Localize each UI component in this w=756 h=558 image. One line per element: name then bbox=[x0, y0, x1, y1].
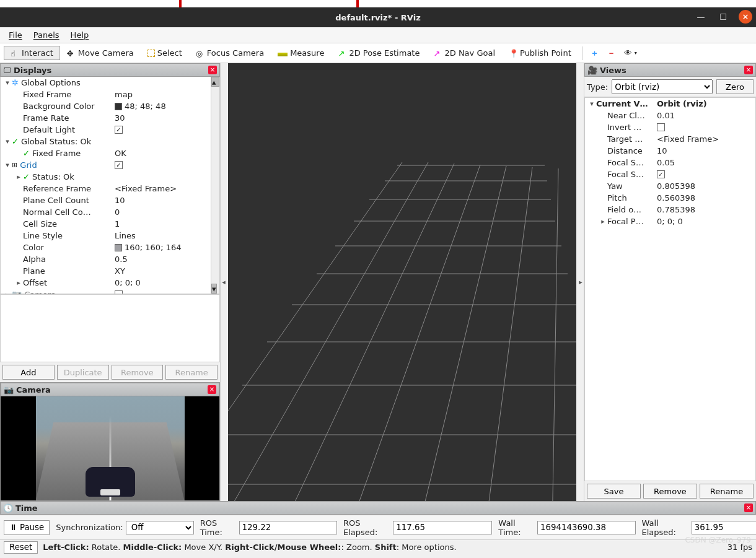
ros-time-input[interactable] bbox=[239, 521, 337, 534]
tree-row[interactable]: Color160; 160; 164 bbox=[1, 242, 211, 253]
toolbar: ☝ Interact ✥ Move Camera Select ◎ Focus … bbox=[0, 43, 756, 63]
tree-row[interactable]: Fixed Framemap bbox=[1, 89, 211, 100]
tool-2d-pose-estimate[interactable]: ↗ 2D Pose Estimate bbox=[331, 46, 426, 60]
camera-view[interactable] bbox=[1, 396, 219, 500]
menu-panels[interactable]: Panels bbox=[29, 29, 64, 41]
maximize-icon[interactable]: ☐ bbox=[716, 10, 730, 24]
tree-row[interactable]: ▸Offset0; 0; 0 bbox=[1, 277, 211, 289]
tool-2d-nav-goal[interactable]: ↗ 2D Nav Goal bbox=[426, 46, 502, 60]
tree-row[interactable]: Distance10 bbox=[585, 145, 755, 157]
close-icon[interactable]: ✕ bbox=[739, 10, 752, 24]
svg-line-6 bbox=[552, 168, 558, 501]
tree-row[interactable]: Target …<Fixed Frame> bbox=[585, 133, 755, 145]
scrollbar[interactable]: ▴ ▾ bbox=[211, 77, 219, 294]
tree-row[interactable]: ▸📷 Camera bbox=[1, 289, 211, 294]
tree-row[interactable]: ▾⊞ Grid✓ bbox=[1, 159, 211, 171]
close-panel-icon[interactable]: × bbox=[208, 385, 216, 394]
tool-publish-point[interactable]: 📍 Publish Point bbox=[502, 46, 578, 60]
checkbox[interactable]: ✓ bbox=[115, 126, 123, 134]
property-description bbox=[0, 294, 220, 362]
remove-view-button[interactable]: Remove bbox=[643, 484, 697, 499]
tree-row[interactable]: Pitch0.560398 bbox=[585, 192, 755, 204]
tree-row[interactable]: Focal S…✓ bbox=[585, 168, 755, 180]
time-bar: ⏸ Pause Synchronization: Off ROS Time: R… bbox=[0, 515, 756, 539]
checkbox[interactable] bbox=[657, 123, 665, 131]
splitter-left[interactable]: ◂ bbox=[221, 63, 227, 501]
tree-row[interactable]: Focal S…0.05 bbox=[585, 157, 755, 168]
tree-row[interactable]: Alpha0.5 bbox=[1, 253, 211, 265]
displays-tree[interactable]: ▾✲ Global OptionsFixed FramemapBackgroun… bbox=[0, 77, 220, 294]
pause-button[interactable]: ⏸ Pause bbox=[4, 520, 50, 535]
pause-icon: ⏸ bbox=[9, 523, 17, 532]
displays-icon: 🖵 bbox=[3, 66, 11, 75]
minimize-icon[interactable]: — bbox=[694, 10, 708, 24]
tool-visibility[interactable]: 👁▾ bbox=[620, 46, 641, 60]
close-panel-icon[interactable]: × bbox=[208, 66, 217, 74]
scroll-up-icon[interactable]: ▴ bbox=[211, 77, 219, 87]
remove-button[interactable]: Remove bbox=[112, 365, 164, 380]
tool-select[interactable]: Select bbox=[141, 46, 189, 60]
add-button[interactable]: Add bbox=[2, 365, 55, 380]
mouse-hint: Left-Click: Rotate. Middle-Click: Move X… bbox=[43, 543, 456, 552]
tree-row[interactable]: PlaneXY bbox=[1, 265, 211, 277]
sync-select[interactable]: Off bbox=[126, 521, 194, 534]
close-panel-icon[interactable]: × bbox=[744, 504, 753, 512]
svg-line-3 bbox=[348, 165, 480, 501]
checkbox[interactable]: ✓ bbox=[657, 170, 665, 178]
reset-button[interactable]: Reset bbox=[4, 541, 38, 554]
ros-elapsed-input[interactable] bbox=[393, 521, 492, 534]
displays-panel-header[interactable]: 🖵 Displays × bbox=[0, 63, 220, 77]
tool-interact[interactable]: ☝ Interact bbox=[4, 46, 60, 60]
tree-row[interactable]: Cell Size1 bbox=[1, 218, 211, 230]
tree-row[interactable]: ▾✲ Global Options bbox=[1, 77, 211, 89]
views-icon: 🎥 bbox=[587, 66, 597, 75]
menu-file[interactable]: File bbox=[4, 29, 27, 41]
tool-add-display[interactable]: ＋ bbox=[586, 45, 603, 61]
plus-icon: ＋ bbox=[591, 48, 599, 59]
view-type-select[interactable]: Orbit (rviz) bbox=[612, 79, 713, 94]
tree-row[interactable]: Line StyleLines bbox=[1, 230, 211, 242]
tree-row[interactable]: Invert … bbox=[585, 121, 755, 133]
zero-button[interactable]: Zero bbox=[716, 79, 754, 94]
tree-row[interactable]: Background Color48; 48; 48 bbox=[1, 100, 211, 112]
nav-goal-icon: ↗ bbox=[433, 49, 442, 58]
tree-row[interactable]: ▸Focal P…0; 0; 0 bbox=[585, 216, 755, 227]
tree-row[interactable]: Reference Frame<Fixed Frame> bbox=[1, 183, 211, 194]
scroll-down-icon[interactable]: ▾ bbox=[211, 284, 217, 294]
tree-row[interactable]: ▾✓ Global Status: Ok bbox=[1, 136, 211, 147]
measure-icon bbox=[278, 53, 288, 56]
tree-row[interactable]: Normal Cell Co…0 bbox=[1, 206, 211, 218]
rename-button[interactable]: Rename bbox=[165, 365, 218, 380]
close-panel-icon[interactable]: × bbox=[744, 66, 753, 74]
tree-row[interactable]: Frame Rate30 bbox=[1, 112, 211, 124]
titlebar: default.rviz* - RViz — ☐ ✕ bbox=[0, 7, 756, 27]
tree-row[interactable]: Default Light✓ bbox=[1, 124, 211, 136]
camera-panel-header[interactable]: 📷 Camera × bbox=[1, 383, 219, 396]
duplicate-button[interactable]: Duplicate bbox=[57, 365, 109, 380]
select-icon bbox=[147, 50, 155, 57]
camera-panel: 📷 Camera × bbox=[0, 382, 220, 501]
wall-elapsed-input[interactable] bbox=[692, 521, 756, 534]
tree-row[interactable]: Field o…0.785398 bbox=[585, 204, 755, 216]
tool-focus-camera[interactable]: ◎ Focus Camera bbox=[189, 46, 271, 60]
tree-row[interactable]: ▾Current V…Orbit (rviz) bbox=[585, 98, 755, 110]
save-view-button[interactable]: Save bbox=[587, 484, 641, 499]
views-panel-header[interactable]: 🎥 Views × bbox=[584, 63, 756, 77]
tree-row[interactable]: Plane Cell Count10 bbox=[1, 194, 211, 206]
rename-view-button[interactable]: Rename bbox=[700, 484, 754, 499]
splitter-right[interactable]: ▸ bbox=[578, 63, 584, 501]
tool-move-camera[interactable]: ✥ Move Camera bbox=[60, 46, 141, 60]
tree-row[interactable]: Yaw0.805398 bbox=[585, 180, 755, 192]
views-tree[interactable]: ▾Current V…Orbit (rviz)Near Cl…0.01Inver… bbox=[584, 97, 756, 481]
tree-row[interactable]: ✓ Fixed FrameOK bbox=[1, 147, 211, 159]
tree-row[interactable]: Near Cl…0.01 bbox=[585, 110, 755, 121]
checkbox[interactable] bbox=[115, 290, 123, 294]
menu-help[interactable]: Help bbox=[66, 29, 94, 41]
time-panel-header[interactable]: 🕓 Time × bbox=[0, 501, 756, 515]
tool-measure[interactable]: Measure bbox=[271, 46, 331, 60]
3d-viewport[interactable] bbox=[228, 63, 576, 501]
wall-time-input[interactable] bbox=[537, 521, 636, 534]
tool-remove-display[interactable]: － bbox=[603, 45, 620, 61]
checkbox[interactable]: ✓ bbox=[115, 161, 123, 169]
tree-row[interactable]: ▸✓ Status: Ok bbox=[1, 171, 211, 183]
